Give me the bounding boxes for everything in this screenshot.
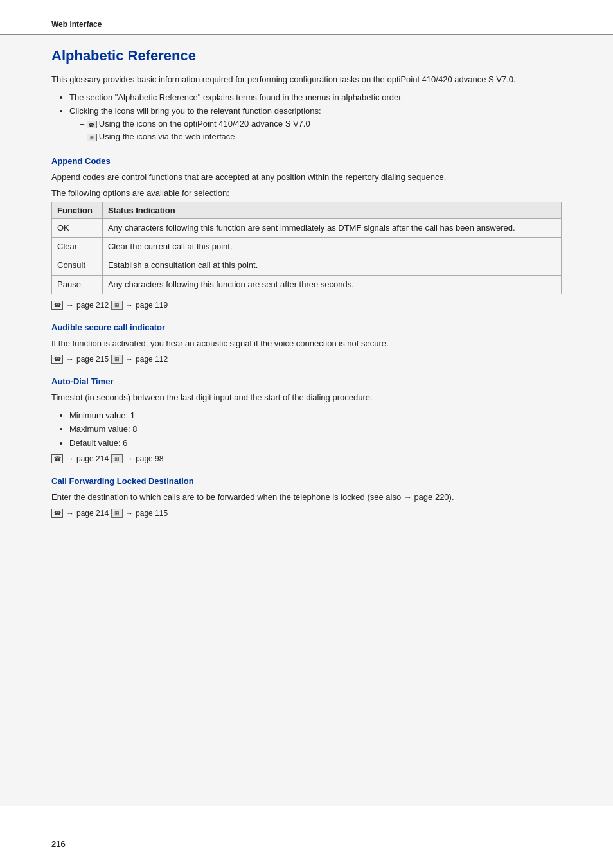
append-codes-para-1: Append codes are control functions that … xyxy=(51,171,562,184)
cell-function-consult: Consult xyxy=(52,256,103,275)
page-ref-call-forwarding: ☎ → page 214 ⊞ → page 115 xyxy=(51,509,562,518)
web-icon: ⊞ xyxy=(111,301,123,310)
table-row: OK Any characters following this functio… xyxy=(52,219,562,238)
auto-dial-bullets: Minimum value: 1 Maximum value: 8 Defaul… xyxy=(69,409,562,450)
page-ref-audible: ☎ → page 215 ⊞ → page 112 xyxy=(51,355,562,364)
web-page-audible: page 112 xyxy=(136,355,168,364)
cell-function-ok: OK xyxy=(52,219,103,238)
col-status: Status Indication xyxy=(102,202,561,219)
col-function: Function xyxy=(52,202,103,219)
append-codes-para-2: The following options are available for … xyxy=(51,188,562,198)
phone-icon: ☎ xyxy=(51,454,63,463)
cell-status-consult: Establish a consultation call at this po… xyxy=(102,256,561,275)
cell-function-clear: Clear xyxy=(52,238,103,256)
table-row: Consult Establish a consultation call at… xyxy=(52,256,562,275)
content-area: Alphabetic Reference This glossary provi… xyxy=(0,35,613,806)
audible-para-1: If the function is activated, you hear a… xyxy=(51,337,562,350)
section-heading-append-codes: Append Codes xyxy=(51,156,562,166)
intro-bullet-1: The section "Alphabetic Reference" expla… xyxy=(69,91,562,104)
intro-bullet-2: Clicking the icons will bring you to the… xyxy=(69,105,562,143)
intro-bullets: The section "Alphabetic Reference" expla… xyxy=(69,91,562,143)
phone-icon: ☎ xyxy=(51,355,63,364)
call-forwarding-para-1: Enter the destination to which calls are… xyxy=(51,491,562,504)
section-call-forwarding: Call Forwarding Locked Destination Enter… xyxy=(51,476,562,518)
intro-sub-1: ☎Using the icons on the optiPoint 410/42… xyxy=(80,118,562,130)
auto-dial-bullet-1: Minimum value: 1 xyxy=(69,409,562,422)
section-heading-call-forwarding: Call Forwarding Locked Destination xyxy=(51,476,562,486)
section-audible-secure: Audible secure call indicator If the fun… xyxy=(51,323,562,364)
intro-sub-list: ☎Using the icons on the optiPoint 410/42… xyxy=(80,118,562,143)
page: Web Interface Alphabetic Reference This … xyxy=(0,0,613,868)
section-auto-dial: Auto-Dial Timer Timeslot (in seconds) be… xyxy=(51,376,562,463)
auto-dial-bullet-2: Maximum value: 8 xyxy=(69,423,562,436)
header-label: Web Interface xyxy=(51,20,102,29)
intro-paragraph: This glossary provides basic information… xyxy=(51,73,562,86)
phone-page-auto-dial: page 214 xyxy=(76,454,109,463)
web-page-call-forwarding: page 115 xyxy=(136,509,168,518)
footer-page-number: 216 xyxy=(51,839,66,849)
phone-icon: ☎ xyxy=(51,509,63,518)
auto-dial-bullet-3: Default value: 6 xyxy=(69,437,562,450)
phone-icon: ☎ xyxy=(51,301,63,310)
web-page-auto-dial: page 98 xyxy=(136,454,163,463)
phone-page-append: page 212 xyxy=(76,301,109,310)
web-icon-small: ⊞ xyxy=(87,134,97,141)
table-row: Pause Any characters following this func… xyxy=(52,275,562,294)
cell-status-clear: Clear the current call at this point. xyxy=(102,238,561,256)
section-append-codes: Append Codes Append codes are control fu… xyxy=(51,156,562,310)
page-ref-append-codes: ☎ → page 212 ⊞ → page 119 xyxy=(51,301,562,310)
section-heading-auto-dial: Auto-Dial Timer xyxy=(51,376,562,386)
page-title: Alphabetic Reference xyxy=(51,48,562,64)
header-section: Web Interface xyxy=(0,0,613,35)
section-heading-audible: Audible secure call indicator xyxy=(51,323,562,332)
web-icon: ⊞ xyxy=(111,509,123,518)
table-row: Clear Clear the current call at this poi… xyxy=(52,238,562,256)
phone-icon-small: ☎ xyxy=(87,121,97,128)
phone-page-call-forwarding: page 214 xyxy=(76,509,109,518)
web-icon: ⊞ xyxy=(111,454,123,463)
auto-dial-para-1: Timeslot (in seconds) between the last d… xyxy=(51,391,562,404)
page-ref-auto-dial: ☎ → page 214 ⊞ → page 98 xyxy=(51,454,562,463)
cell-function-pause: Pause xyxy=(52,275,103,294)
cell-status-pause: Any characters following this function a… xyxy=(102,275,561,294)
append-codes-table: Function Status Indication OK Any charac… xyxy=(51,202,562,294)
web-icon: ⊞ xyxy=(111,355,123,364)
intro-sub-2: ⊞Using the icons via the web interface xyxy=(80,130,562,143)
phone-page-audible: page 215 xyxy=(76,355,109,364)
web-page-append: page 119 xyxy=(136,301,168,310)
cell-status-ok: Any characters following this function a… xyxy=(102,219,561,238)
